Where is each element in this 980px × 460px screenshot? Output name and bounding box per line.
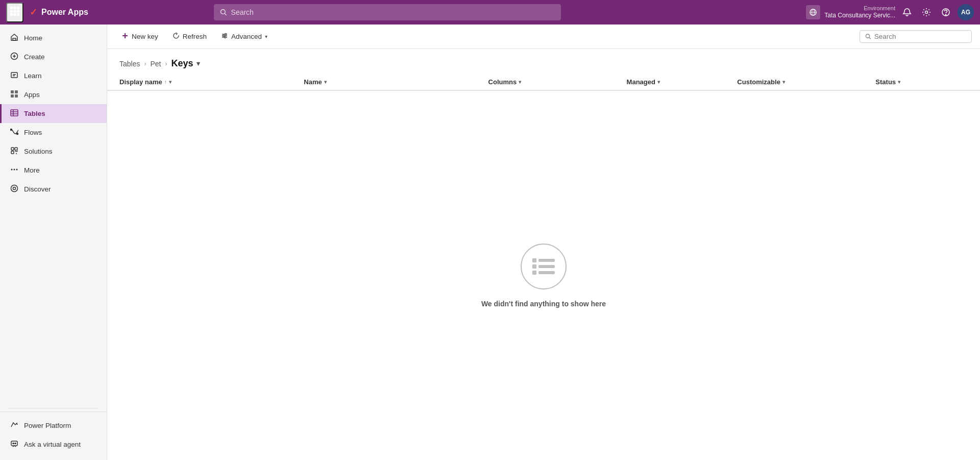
table-header: Display name ↑ ▾ Name ▾ Columns ▾ Manage… bbox=[107, 74, 980, 91]
col-dropdown-icon[interactable]: ▾ bbox=[782, 79, 785, 85]
svg-point-53 bbox=[866, 34, 869, 38]
breadcrumb-sep-1: › bbox=[144, 60, 146, 67]
sidebar-divider bbox=[8, 408, 99, 408]
col-columns[interactable]: Columns ▾ bbox=[488, 78, 627, 86]
svg-rect-35 bbox=[15, 148, 17, 150]
help-button[interactable] bbox=[938, 5, 953, 20]
sidebar-item-label: Tables bbox=[24, 110, 45, 117]
svg-line-54 bbox=[869, 37, 871, 39]
sidebar-item-label: Power Platform bbox=[24, 422, 71, 429]
environment-label: Environment bbox=[864, 5, 895, 12]
sidebar-item-learn[interactable]: Learn bbox=[0, 66, 107, 85]
col-dropdown-icon[interactable]: ▾ bbox=[898, 79, 900, 85]
empty-state-icon bbox=[521, 244, 567, 289]
sidebar-item-label: Home bbox=[24, 34, 42, 42]
top-bar-right: Environment Tata Consultancy Servic... A… bbox=[806, 4, 974, 20]
breadcrumb-sep-2: › bbox=[165, 60, 167, 67]
sidebar-item-label: More bbox=[24, 166, 40, 174]
gear-icon bbox=[922, 8, 931, 17]
svg-point-16 bbox=[945, 14, 946, 15]
waffle-menu-button[interactable] bbox=[6, 3, 23, 22]
plus-icon bbox=[121, 32, 129, 41]
tables-icon bbox=[10, 109, 19, 118]
settings-button[interactable] bbox=[919, 5, 934, 20]
sidebar-item-label: Ask a virtual agent bbox=[24, 441, 81, 448]
col-customizable[interactable]: Customizable ▾ bbox=[737, 78, 875, 86]
svg-rect-36 bbox=[11, 151, 14, 154]
learn-icon bbox=[10, 71, 19, 81]
apps-icon bbox=[10, 90, 19, 100]
svg-rect-42 bbox=[11, 441, 17, 446]
col-dropdown-icon[interactable]: ▾ bbox=[519, 79, 521, 85]
sidebar-item-power-platform[interactable]: Power Platform bbox=[0, 416, 107, 435]
refresh-icon bbox=[173, 32, 180, 41]
col-managed[interactable]: Managed ▾ bbox=[627, 78, 738, 86]
create-icon bbox=[10, 52, 19, 62]
notifications-button[interactable] bbox=[899, 5, 915, 20]
refresh-button[interactable]: Refresh bbox=[166, 29, 213, 44]
toolbar-search-box[interactable] bbox=[860, 30, 972, 43]
toolbar-search-icon bbox=[865, 33, 871, 40]
col-dropdown-icon[interactable]: ▾ bbox=[169, 79, 172, 85]
global-search-box[interactable] bbox=[214, 4, 561, 20]
svg-rect-3 bbox=[10, 10, 13, 12]
svg-point-37 bbox=[11, 169, 13, 171]
svg-point-32 bbox=[11, 129, 12, 131]
svg-rect-4 bbox=[14, 10, 16, 12]
sidebar: Home Create bbox=[0, 25, 107, 460]
bell-icon bbox=[902, 8, 912, 17]
svg-rect-28 bbox=[11, 110, 18, 116]
sidebar-item-more[interactable]: More bbox=[0, 161, 107, 180]
empty-state-message: We didn't find anything to show here bbox=[481, 300, 606, 308]
sidebar-item-apps[interactable]: Apps bbox=[0, 85, 107, 104]
sidebar-item-flows[interactable]: Flows bbox=[0, 123, 107, 142]
empty-state: We didn't find anything to show here bbox=[107, 91, 980, 460]
svg-rect-26 bbox=[11, 94, 14, 98]
breadcrumb-current: Keys ▾ bbox=[171, 58, 200, 69]
breadcrumb-dropdown-icon[interactable]: ▾ bbox=[197, 60, 200, 67]
sidebar-item-label: Create bbox=[24, 53, 45, 61]
sidebar-item-create[interactable]: Create bbox=[0, 47, 107, 66]
breadcrumb-tables[interactable]: Tables bbox=[119, 60, 140, 68]
col-dropdown-icon[interactable]: ▾ bbox=[324, 79, 327, 85]
svg-rect-34 bbox=[11, 148, 14, 150]
flows-icon bbox=[10, 128, 19, 137]
svg-point-39 bbox=[16, 169, 18, 171]
solutions-icon bbox=[10, 147, 19, 156]
top-bar: ✓ Power Apps Environment Tata Consultanc… bbox=[0, 0, 980, 25]
environment-selector[interactable]: Environment Tata Consultancy Servic... bbox=[824, 5, 895, 20]
sidebar-item-home[interactable]: Home bbox=[0, 29, 107, 47]
toolbar-search-input[interactable] bbox=[874, 33, 966, 40]
sidebar-item-ask-virtual-agent[interactable]: Ask a virtual agent bbox=[0, 435, 107, 454]
svg-point-41 bbox=[13, 187, 16, 190]
sidebar-item-discover[interactable]: Discover bbox=[0, 180, 107, 199]
environment-icon[interactable] bbox=[806, 5, 820, 19]
advanced-button[interactable]: Advanced ▾ bbox=[215, 29, 274, 44]
sort-asc-icon: ↑ bbox=[164, 79, 167, 85]
svg-rect-7 bbox=[14, 13, 16, 16]
breadcrumb-pet[interactable]: Pet bbox=[150, 60, 161, 68]
discover-icon bbox=[10, 184, 19, 194]
sidebar-nav: Home Create bbox=[0, 25, 107, 405]
svg-rect-25 bbox=[15, 90, 18, 93]
svg-rect-2 bbox=[17, 7, 19, 9]
col-name[interactable]: Name ▾ bbox=[304, 78, 488, 86]
svg-point-51 bbox=[223, 35, 225, 37]
sidebar-bottom: Power Platform Ask a virtual agent bbox=[0, 411, 107, 460]
svg-rect-21 bbox=[11, 72, 17, 78]
user-avatar[interactable]: AG bbox=[958, 4, 974, 20]
sidebar-item-solutions[interactable]: Solutions bbox=[0, 142, 107, 161]
main-content: New key Refresh bbox=[107, 25, 980, 460]
svg-rect-0 bbox=[10, 7, 13, 9]
global-search-input[interactable] bbox=[231, 8, 555, 16]
app-body: Home Create bbox=[0, 25, 980, 460]
new-key-button[interactable]: New key bbox=[115, 29, 164, 44]
toolbar: New key Refresh bbox=[107, 25, 980, 49]
col-display-name[interactable]: Display name ↑ ▾ bbox=[119, 78, 304, 86]
col-status[interactable]: Status ▾ bbox=[875, 78, 968, 86]
sidebar-item-tables[interactable]: Tables bbox=[0, 104, 107, 123]
advanced-dropdown-icon: ▾ bbox=[265, 34, 267, 39]
svg-point-9 bbox=[220, 10, 225, 14]
col-dropdown-icon[interactable]: ▾ bbox=[657, 79, 660, 85]
svg-rect-17 bbox=[13, 38, 16, 40]
